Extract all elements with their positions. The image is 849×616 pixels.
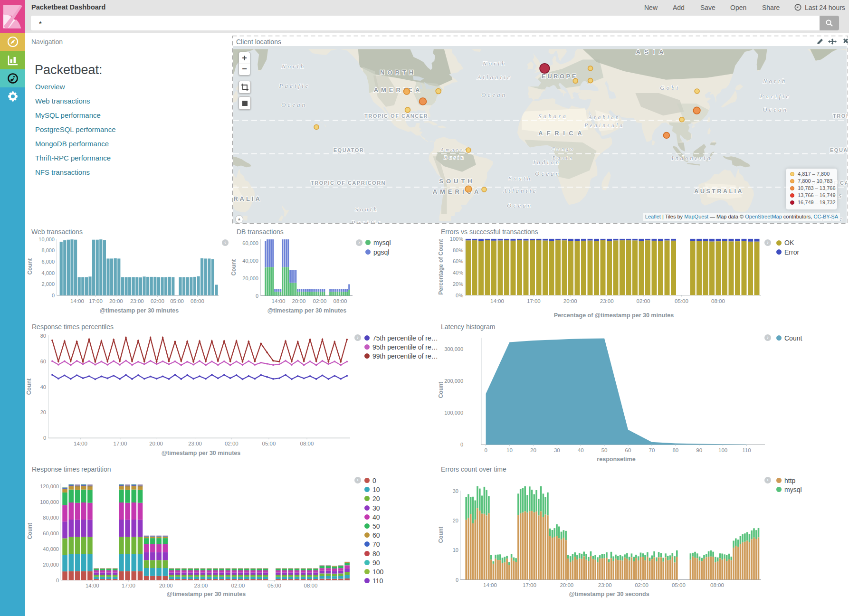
svg-text:@timestamp per 30 minutes: @timestamp per 30 minutes (167, 591, 246, 597)
svg-text:05:00: 05:00 (675, 298, 688, 304)
svg-text:300,000: 300,000 (444, 346, 463, 352)
svg-text:23:00: 23:00 (130, 298, 144, 304)
svg-text:South: South (355, 206, 379, 213)
svg-text:70: 70 (649, 447, 655, 453)
svg-text:02:00: 02:00 (225, 441, 238, 446)
svg-text:02:00: 02:00 (637, 298, 650, 304)
svg-text:Ocean: Ocean (481, 91, 507, 98)
svg-text:TROPIC OF CA: TROPIC OF CA (833, 113, 847, 119)
svg-text:20:00: 20:00 (292, 298, 306, 304)
svg-text:80: 80 (40, 333, 46, 339)
svg-text:TROPIC OF CANCER: TROPIC OF CANCER (364, 113, 428, 119)
svg-text:Basin: Basin (552, 155, 573, 161)
svg-text:50: 50 (601, 447, 608, 453)
svg-text:17:00: 17:00 (89, 298, 103, 304)
svg-text:@timestamp per 30 seconds: @timestamp per 30 seconds (569, 591, 649, 597)
svg-text:20,000: 20,000 (43, 562, 59, 568)
svg-text:Pacific: Pacific (760, 93, 791, 100)
svg-text:NORTH: NORTH (380, 69, 416, 76)
svg-text:02:00: 02:00 (231, 583, 245, 588)
svg-text:Gobi: Gobi (660, 84, 680, 91)
svg-text:60,000: 60,000 (43, 531, 59, 536)
svg-text:40%: 40% (453, 270, 463, 275)
svg-text:30: 30 (453, 488, 458, 494)
svg-text:05:00: 05:00 (170, 298, 184, 304)
svg-text:14:00: 14:00 (74, 441, 87, 446)
svg-text:10,000: 10,000 (38, 237, 55, 242)
svg-text:20: 20 (453, 518, 458, 523)
svg-text:@timestamp per 30 minutes: @timestamp per 30 minutes (267, 307, 346, 314)
svg-text:Count: Count (231, 259, 237, 276)
svg-text:Basin: Basin (444, 154, 465, 160)
svg-text:23:00: 23:00 (600, 298, 614, 304)
svg-text:0: 0 (43, 435, 46, 441)
svg-text:20:00: 20:00 (560, 582, 573, 588)
svg-text:responsetime: responsetime (597, 456, 635, 463)
svg-text:SOUTH: SOUTH (439, 178, 475, 185)
svg-text:17:00: 17:00 (122, 583, 135, 588)
svg-text:Ocean: Ocean (763, 106, 788, 113)
svg-text:23:00: 23:00 (194, 583, 208, 588)
svg-text:Count: Count (27, 258, 33, 275)
svg-text:Pacific: Pacific (351, 219, 382, 223)
svg-text:200,000: 200,000 (444, 378, 463, 384)
svg-text:14:00: 14:00 (483, 582, 497, 588)
svg-text:Indonesia: Indonesia (671, 155, 712, 161)
svg-text:EQUATO: EQUATO (830, 147, 847, 153)
svg-text:05:00: 05:00 (262, 441, 276, 446)
svg-text:120,000: 120,000 (40, 483, 59, 489)
svg-text:14:00: 14:00 (272, 298, 286, 304)
svg-text:Ocean: Ocean (507, 202, 533, 209)
svg-text:0: 0 (460, 442, 463, 447)
svg-text:Atlantic: Atlantic (477, 74, 512, 81)
svg-text:08:00: 08:00 (300, 441, 314, 446)
svg-text:08:00: 08:00 (191, 298, 204, 304)
svg-text:60: 60 (625, 447, 631, 453)
svg-text:08:00: 08:00 (334, 298, 347, 304)
svg-text:Arabian: Arabian (588, 114, 620, 121)
svg-text:0: 0 (52, 293, 55, 298)
svg-text:AMERICA: AMERICA (433, 188, 482, 195)
svg-text:40,000: 40,000 (242, 258, 258, 264)
svg-text:North: North (763, 77, 787, 85)
svg-text:80: 80 (672, 447, 678, 453)
svg-text:20,000: 20,000 (242, 275, 258, 281)
svg-text:S: S (839, 192, 844, 199)
svg-text:05:00: 05:00 (672, 582, 686, 588)
svg-text:20:00: 20:00 (149, 441, 163, 446)
svg-text:90: 90 (696, 447, 702, 453)
svg-text:Atlantic: Atlantic (502, 187, 537, 194)
svg-text:AFRICA: AFRICA (538, 130, 586, 137)
svg-text:60%: 60% (453, 258, 463, 264)
svg-text:ASIA: ASIA (636, 48, 668, 56)
svg-text:6,000: 6,000 (41, 259, 55, 265)
svg-text:Ocean: Ocean (535, 170, 561, 177)
svg-text:23:00: 23:00 (188, 441, 202, 446)
svg-text:South: South (508, 175, 532, 182)
svg-text:14:00: 14:00 (86, 583, 99, 588)
svg-text:Count: Count (26, 379, 32, 395)
svg-text:Sahara: Sahara (538, 113, 568, 120)
svg-text:Percentage of @timestamp per 3: Percentage of @timestamp per 30 minutes (554, 312, 674, 319)
svg-text:Pacific: Pacific (279, 82, 310, 89)
svg-text:02:00: 02:00 (635, 582, 649, 588)
svg-text:40: 40 (578, 447, 584, 453)
svg-text:Count: Count (27, 523, 33, 540)
svg-text:110: 110 (742, 447, 751, 453)
svg-text:20:00: 20:00 (563, 298, 577, 304)
svg-text:100%: 100% (450, 236, 463, 242)
svg-text:0%: 0% (456, 293, 463, 298)
svg-text:Amazon: Amazon (440, 147, 468, 152)
svg-text:14:00: 14:00 (70, 298, 84, 304)
svg-text:20:00: 20:00 (159, 583, 173, 588)
svg-text:20: 20 (40, 409, 46, 415)
svg-text:@timestamp per 30 minutes: @timestamp per 30 minutes (100, 307, 179, 314)
svg-text:Peninsula: Peninsula (584, 122, 624, 129)
svg-text:20:00: 20:00 (109, 298, 123, 304)
svg-text:Percentage of Count: Percentage of Count (438, 239, 444, 294)
svg-text:2,000: 2,000 (41, 281, 55, 287)
svg-text:Ocean: Ocean (281, 101, 307, 108)
svg-text:05:00: 05:00 (267, 583, 281, 588)
svg-text:30: 30 (554, 447, 560, 453)
svg-text:08:00: 08:00 (710, 582, 724, 588)
